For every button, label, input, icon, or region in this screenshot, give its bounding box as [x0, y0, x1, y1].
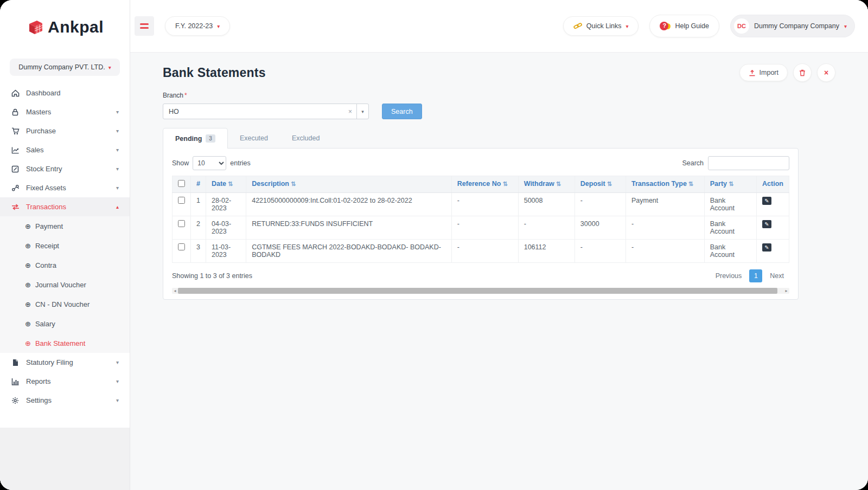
ankpal-cube-icon	[26, 18, 44, 36]
company-selector[interactable]: Dummy Company PVT. LTD. ▾	[10, 59, 120, 76]
sidebar-subitem-bank-statement[interactable]: ⊕ Bank Statement	[0, 333, 130, 353]
edit-action-icon[interactable]: ✎	[762, 243, 771, 252]
subitem-label: CN - DN Voucher	[35, 300, 90, 308]
company-account-menu[interactable]: DC Dummy Company Company ▾	[730, 15, 855, 37]
sort-icon: ⇅	[556, 180, 561, 187]
row-checkbox[interactable]	[178, 197, 185, 204]
row-checkbox[interactable]	[178, 243, 185, 250]
edit-action-icon[interactable]: ✎	[762, 197, 771, 205]
help-guide-button[interactable]: Help Guide	[649, 15, 719, 37]
sidebar-item-fixed-assets[interactable]: Fixed Assets ▾	[0, 178, 130, 197]
import-button[interactable]: Import	[739, 64, 788, 81]
next-page-button[interactable]: Next	[764, 269, 789, 282]
col-header-deposit[interactable]: Deposit⇅	[575, 176, 626, 193]
sidebar-subitem-journal-voucher[interactable]: ⊕ Journal Voucher	[0, 275, 130, 294]
caret-down-icon: ▾	[626, 23, 628, 29]
col-header-transaction-type[interactable]: Transaction Type⇅	[626, 176, 704, 193]
sort-icon: ⇅	[502, 180, 507, 187]
fiscal-year-selector[interactable]: F.Y. 2022-23 ▾	[165, 16, 230, 36]
table-search-input[interactable]	[708, 156, 789, 170]
sidebar-item-reports[interactable]: Reports ▾	[0, 372, 130, 391]
assets-icon	[11, 184, 20, 192]
col-header-description[interactable]: Description⇅	[246, 176, 452, 193]
sidebar-subitem-cn-dn-voucher[interactable]: ⊕ CN - DN Voucher	[0, 294, 130, 314]
sidebar-item-label: Settings	[26, 396, 110, 404]
cell-deposit: -	[575, 193, 626, 216]
avatar: DC	[734, 18, 749, 34]
tab-executed[interactable]: Executed	[228, 128, 280, 149]
delete-button[interactable]	[793, 63, 812, 82]
sidebar-subitem-receipt[interactable]: ⊕ Receipt	[0, 236, 130, 255]
page-size-select[interactable]: 10	[193, 156, 226, 170]
cell-transaction-type: -	[626, 240, 704, 263]
sidebar-footer-area	[0, 428, 130, 490]
page-content: Bank Statements Import ×	[130, 53, 868, 490]
required-asterisk: *	[184, 92, 187, 99]
sidebar-item-masters[interactable]: Masters ▾	[0, 102, 130, 121]
sidebar-item-label: Reports	[26, 377, 110, 385]
import-label: Import	[760, 69, 778, 76]
search-button[interactable]: Search	[382, 104, 422, 119]
sidebar-item-purchase[interactable]: Purchase ▾	[0, 121, 130, 140]
close-button[interactable]: ×	[817, 63, 835, 82]
brand-logo[interactable]: Ankpal	[0, 0, 130, 54]
sidebar-item-label: Masters	[26, 108, 110, 116]
col-header-reference-no[interactable]: Reference No⇅	[451, 176, 518, 193]
file-icon	[11, 359, 20, 366]
scroll-left-arrow-icon[interactable]: ◂	[172, 288, 178, 294]
select-dropdown-toggle[interactable]: ▾	[356, 104, 368, 119]
scroll-right-arrow-icon[interactable]: ▸	[783, 288, 789, 294]
edit-action-icon[interactable]: ✎	[762, 220, 771, 228]
col-header-date[interactable]: Date⇅	[206, 176, 246, 193]
sidebar-item-dashboard[interactable]: Dashboard	[0, 83, 130, 102]
plus-circle-icon: ⊕	[25, 242, 31, 249]
tab-excluded[interactable]: Excluded	[280, 128, 331, 149]
quick-links-button[interactable]: Quick Links ▾	[563, 16, 639, 36]
sidebar: Ankpal Dummy Company PVT. LTD. ▾ Dashboa…	[0, 0, 130, 490]
col-header-party[interactable]: Party⇅	[704, 176, 756, 193]
col-header-withdraw[interactable]: Withdraw⇅	[518, 176, 575, 193]
previous-page-button[interactable]: Previous	[710, 269, 748, 282]
sort-icon: ⇅	[607, 180, 612, 187]
sort-icon: ⇅	[688, 180, 693, 187]
cell-num: 1	[191, 193, 206, 216]
select-all-checkbox[interactable]	[178, 180, 185, 187]
cell-party: Bank Account	[704, 193, 756, 216]
row-checkbox[interactable]	[178, 220, 185, 227]
scrollbar-thumb[interactable]	[178, 288, 777, 294]
subitem-label: Journal Voucher	[35, 281, 86, 289]
plus-circle-icon: ⊕	[25, 281, 31, 288]
cart-icon	[11, 127, 20, 135]
sidebar-nav: Dashboard Masters ▾ Purchase ▾	[0, 83, 130, 428]
bank-statements-table: # Date⇅ Description⇅ Reference No⇅ Withd…	[172, 176, 789, 263]
current-page-button[interactable]: 1	[749, 269, 762, 282]
pending-count-badge: 3	[206, 134, 215, 143]
tab-pending[interactable]: Pending 3	[163, 128, 228, 149]
subitem-label: Payment	[35, 222, 63, 230]
tab-label: Executed	[240, 134, 268, 142]
sidebar-item-sales[interactable]: Sales ▾	[0, 140, 130, 159]
sidebar-item-stock-entry[interactable]: Stock Entry ▾	[0, 159, 130, 178]
sidebar-item-label: Fixed Assets	[26, 184, 110, 192]
sidebar-subitem-payment[interactable]: ⊕ Payment	[0, 216, 130, 236]
sidebar-subitem-contra[interactable]: ⊕ Contra	[0, 255, 130, 275]
sidebar-item-settings[interactable]: Settings ▾	[0, 391, 130, 410]
clear-selection-icon[interactable]: ×	[344, 108, 356, 115]
caret-down-icon: ▾	[116, 128, 119, 134]
sidebar-subitem-salary[interactable]: ⊕ Salary	[0, 314, 130, 333]
app-window: Ankpal Dummy Company PVT. LTD. ▾ Dashboa…	[0, 0, 868, 490]
reports-icon	[11, 378, 20, 385]
fiscal-year-label: F.Y. 2022-23	[175, 22, 213, 30]
sidebar-item-transactions[interactable]: Transactions ▴	[0, 197, 130, 216]
caret-down-icon: ▾	[116, 359, 119, 365]
branch-select[interactable]: HO × ▾	[163, 104, 369, 119]
horizontal-scrollbar[interactable]: ◂ ▸	[172, 288, 789, 294]
sidebar-item-label: Sales	[26, 146, 110, 154]
show-label: Show	[172, 159, 189, 167]
col-header-num[interactable]: #	[191, 176, 206, 193]
sidebar-item-statutory-filing[interactable]: Statutory Filing ▾	[0, 353, 130, 372]
hamburger-menu-icon[interactable]	[135, 16, 154, 36]
caret-down-icon: ▾	[116, 147, 119, 153]
cell-num: 2	[191, 216, 206, 240]
branch-field-label: Branch*	[163, 92, 835, 99]
